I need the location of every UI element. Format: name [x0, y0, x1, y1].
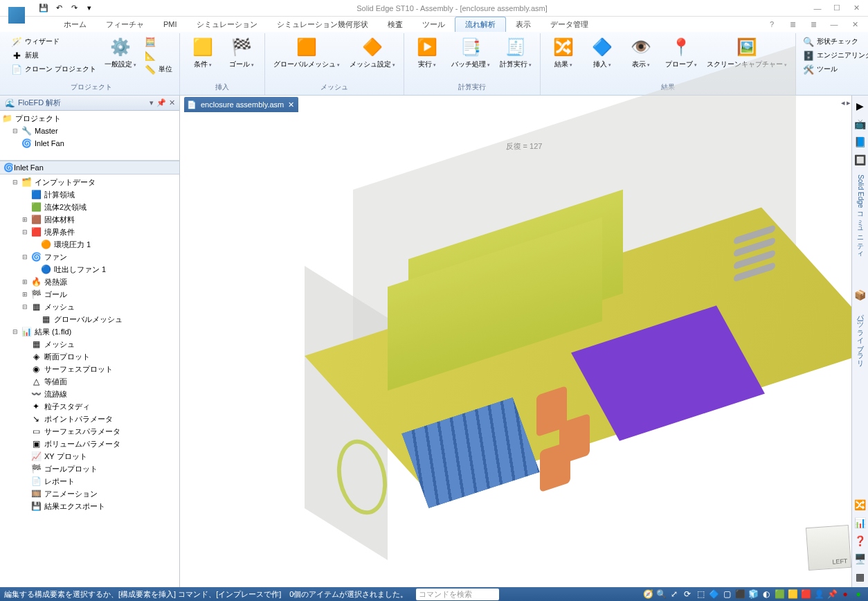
status-tool-icon[interactable]: ⟳	[682, 589, 693, 600]
tab-close-icon[interactable]: ✕	[288, 100, 294, 109]
tree-row[interactable]: 📈XY プロット	[1, 450, 178, 463]
tree-row[interactable]: ↘ポイントパラメータ	[1, 413, 178, 425]
menu-home[interactable]: ホーム	[54, 17, 96, 32]
view-cube[interactable]: LEFT	[806, 525, 851, 571]
ribbon-button-small[interactable]: 🛠️ツール	[802, 62, 868, 76]
status-tool-icon[interactable]: 🟥	[800, 589, 811, 600]
ribbon-button-small[interactable]: 🧮	[143, 35, 174, 48]
menu-data[interactable]: データ管理	[541, 17, 598, 32]
tree-row[interactable]: ⊟🟥境界条件	[1, 226, 178, 238]
ribbon-button-small[interactable]: 🪄ウィザード	[10, 35, 98, 48]
tree-row[interactable]: 🟠環境圧力 1	[1, 238, 178, 251]
menu-flow-analysis[interactable]: 流れ解析	[455, 17, 506, 32]
tree-row[interactable]: 🏁ゴールプロット	[1, 463, 178, 475]
tree-twisty-icon[interactable]: ⊟	[21, 303, 29, 310]
ribbon-button[interactable]: ▶️実行▾	[410, 35, 444, 71]
menu-sim-geometry[interactable]: シミュレーション幾何形状	[267, 17, 378, 32]
ribbon-button[interactable]: 📍プローブ▾	[662, 35, 700, 71]
child-close-button[interactable]: ✕	[846, 18, 864, 30]
status-dot-icon[interactable]: ●	[853, 589, 864, 600]
panel-close-icon[interactable]: ✕	[169, 98, 175, 107]
tree-row[interactable]: ▣ボリュームパラメータ	[1, 438, 178, 450]
graphics-canvas[interactable]: 反復 = 127 LEFT	[180, 114, 868, 587]
sidebar-icon[interactable]: ▶	[854, 100, 867, 112]
status-tool-icon[interactable]: ▢	[721, 589, 732, 600]
tree-row[interactable]: ⊟🌀ファン	[1, 251, 178, 263]
tree-twisty-icon[interactable]: ⊟	[21, 228, 29, 235]
sidebar-icon[interactable]: 🔲	[854, 154, 867, 166]
tree-row[interactable]: ⊟📊結果 (1.fld)	[1, 325, 178, 338]
tree-row[interactable]: ▦メッシュ	[1, 338, 178, 350]
parts-library-icon[interactable]: 📦	[854, 289, 867, 301]
tree-row[interactable]: ▦グローバルメッシュ	[1, 313, 178, 325]
ribbon-opt2-icon[interactable]: ≣	[804, 18, 822, 30]
status-tool-icon[interactable]: ⬚	[695, 589, 706, 600]
ribbon-button[interactable]: 🔶メッシュ設定▾	[347, 35, 398, 71]
tree-master[interactable]: ⊟ 🔧 Master	[1, 125, 178, 137]
record-icon[interactable]: ●	[840, 589, 851, 600]
tree-row[interactable]: △等値面	[1, 375, 178, 388]
status-tool-icon[interactable]: ⬛	[734, 589, 745, 600]
qat-undo-button[interactable]: ↶	[53, 2, 65, 15]
status-tool-icon[interactable]: ⤢	[669, 589, 680, 600]
ribbon-button[interactable]: 🔷挿入▾	[585, 35, 620, 71]
child-minimize-button[interactable]: —	[825, 18, 843, 30]
sidebar-icon[interactable]: 📘	[854, 136, 867, 148]
status-tool-icon[interactable]: 📌	[826, 589, 838, 600]
tree-twisty-icon[interactable]: ⊟	[11, 127, 19, 134]
sidebar-tool-icon[interactable]: ❓	[854, 535, 867, 547]
menu-pmi[interactable]: PMI	[154, 17, 187, 32]
tree-row[interactable]: 〰️流跡線	[1, 388, 178, 400]
tree-row[interactable]: ✦粒子スタディ	[1, 400, 178, 413]
tree-inlet-fan-proj[interactable]: 🌀 Inlet Fan	[1, 137, 178, 150]
status-tool-icon[interactable]: 🧭	[642, 589, 653, 600]
status-tool-icon[interactable]: 🔍	[655, 589, 667, 600]
tree-twisty-icon[interactable]: ⊟	[21, 253, 29, 260]
ribbon-button[interactable]: ⚙️一般設定▾	[102, 35, 139, 71]
panel-dropdown-icon[interactable]: ▾	[150, 98, 154, 107]
ribbon-button[interactable]: 🟨条件▾	[186, 35, 220, 71]
tab-prev-icon[interactable]: ◂	[841, 98, 845, 107]
menu-feature[interactable]: フィーチャ	[96, 17, 154, 32]
tree-row[interactable]: 💾結果エクスポート	[1, 500, 178, 512]
tree-row[interactable]: ⊟▦メッシュ	[1, 300, 178, 313]
sidebar-label-community[interactable]: Solid Edgeコミュニティ	[856, 174, 865, 254]
document-tab[interactable]: 📄 enclosure assembly.asm ✕	[184, 97, 298, 112]
ribbon-button[interactable]: 👁️表示▾	[624, 35, 658, 71]
tree-row[interactable]: ⊞🔥発熱源	[1, 276, 178, 288]
tree-row[interactable]: 🟩流体2次領域	[1, 201, 178, 213]
sidebar-tool-icon[interactable]: 🔀	[854, 499, 867, 511]
status-tool-icon[interactable]: 🟨	[787, 589, 798, 600]
status-tool-icon[interactable]: 👤	[813, 589, 824, 600]
tree-row[interactable]: ◈断面プロット	[1, 350, 178, 363]
tree-row[interactable]: ◉サーフェスプロット	[1, 363, 178, 375]
tree-twisty-icon[interactable]: ⊟	[11, 179, 19, 186]
sidebar-tool-icon[interactable]: 📊	[854, 517, 867, 529]
ribbon-button-small[interactable]: 📐	[143, 48, 174, 62]
menu-view[interactable]: 表示	[506, 17, 541, 32]
status-tool-icon[interactable]: 🟩	[774, 589, 785, 600]
qat-save-button[interactable]: 💾	[37, 2, 50, 15]
tree-row[interactable]: ▭サーフェスパラメータ	[1, 425, 178, 438]
sidebar-tool-icon[interactable]: ▦	[854, 571, 867, 583]
tree-row[interactable]: 🟦計算領域	[1, 188, 178, 201]
ribbon-button-small[interactable]: 🔍形状チェック	[802, 35, 868, 48]
status-tool-icon[interactable]: ◐	[761, 589, 772, 600]
tree-row[interactable]: ⊞🏁ゴール	[1, 288, 178, 300]
ribbon-button[interactable]: 🔀結果▾	[546, 35, 581, 71]
ribbon-button-small[interactable]: 📏単位	[143, 62, 174, 76]
ribbon-button-small[interactable]: 📄クローン プロジェクト	[10, 62, 98, 76]
tree-row[interactable]: 📄レポート	[1, 475, 178, 487]
tree-twisty-icon[interactable]: ⊞	[21, 278, 29, 285]
tree-twisty-icon[interactable]: ⊞	[21, 216, 29, 223]
qat-redo-button[interactable]: ↷	[68, 2, 80, 15]
sidebar-icon[interactable]: 📺	[854, 118, 867, 130]
status-tool-icon[interactable]: 🧊	[748, 589, 759, 600]
ribbon-button[interactable]: 📑バッチ処理▾	[449, 35, 493, 71]
tab-next-icon[interactable]: ▸	[847, 98, 851, 107]
minimize-button[interactable]: —	[808, 2, 826, 15]
help-button[interactable]: ?	[763, 18, 781, 30]
tree-twisty-icon[interactable]: ⊞	[21, 291, 29, 298]
maximize-button[interactable]: ☐	[828, 2, 846, 15]
sidebar-label-parts[interactable]: パーツライブラリ	[856, 310, 865, 363]
